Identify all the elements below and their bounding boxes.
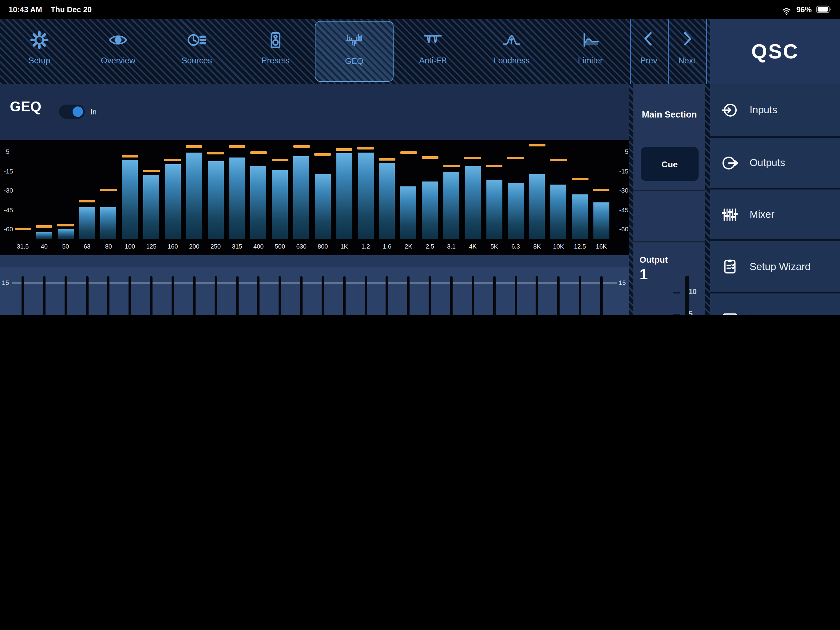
geq-fader-track[interactable] — [279, 276, 281, 315]
qsc-mixer-app: 10:43 AM Thu Dec 20 96% SetupOverviewSou… — [0, 0, 840, 315]
rta-peak-marker — [36, 225, 52, 228]
output-fader-track[interactable] — [685, 275, 689, 315]
geq-fader-track[interactable] — [322, 276, 324, 315]
rta-scale-label: -5 — [613, 148, 628, 155]
qsc-logo: QSC — [751, 40, 799, 63]
antifb-icon — [422, 30, 444, 51]
geq-in-label: In — [90, 108, 96, 116]
geq-fader-track[interactable] — [172, 276, 174, 315]
geq-fader-track[interactable] — [343, 276, 346, 315]
prev-button[interactable]: Prev — [631, 21, 666, 82]
geq-fader-track[interactable] — [214, 276, 217, 315]
inputs-icon — [721, 101, 739, 119]
rta-peak-marker — [314, 153, 331, 156]
output-tick — [673, 313, 680, 315]
rta-bar — [36, 232, 52, 239]
rta-bar — [444, 172, 459, 239]
geq-fader-track[interactable] — [450, 276, 453, 315]
geq-scale-label: 15 — [2, 279, 14, 286]
rta-peak-marker — [486, 165, 502, 167]
rta-scale-label: -45 — [613, 206, 628, 214]
tab-overview[interactable]: Overview — [79, 21, 158, 82]
rta-peak-marker — [443, 165, 459, 167]
next-label: Next — [678, 56, 695, 65]
battery-icon — [816, 6, 831, 14]
geq-fader-track[interactable] — [86, 276, 88, 315]
divider-hatch — [705, 84, 710, 315]
rta-peak-marker — [379, 158, 395, 161]
geq-fader-track[interactable] — [107, 276, 110, 315]
rta-peak-marker — [550, 159, 567, 161]
output-number: 1 — [639, 266, 648, 283]
sidebar-item-outputs[interactable]: Outputs — [710, 138, 840, 190]
geq-fader-track[interactable] — [386, 276, 388, 315]
rta-peak-marker — [186, 145, 203, 148]
tab-setup[interactable]: Setup — [0, 21, 79, 82]
sidebar-item-mixer[interactable]: Mixer — [710, 190, 840, 241]
rta-freq-label: 5K — [482, 243, 507, 250]
output-label: Output — [639, 255, 668, 264]
rta-scale-label: -45 — [4, 206, 20, 214]
geq-fader-track[interactable] — [407, 276, 410, 315]
geq-fader-track[interactable] — [579, 276, 581, 315]
geq-fader-track[interactable] — [64, 276, 67, 315]
rta-peak-marker — [250, 151, 267, 154]
rta-freq-label: 1.6 — [375, 243, 399, 250]
rta-freq-label: 315 — [225, 243, 249, 250]
sidebar-item-menu[interactable]: Menu — [710, 293, 840, 315]
nav-tabs: SetupOverviewSourcesPresetsGEQAnti-FBLou… — [0, 19, 630, 84]
geq-fader-track[interactable] — [300, 276, 303, 315]
tab-limiter[interactable]: Limiter — [551, 21, 630, 82]
geq-fader-track[interactable] — [236, 276, 238, 315]
rta-peak-marker — [79, 200, 95, 203]
status-date: Thu Dec 20 — [51, 5, 92, 14]
tab-label: Overview — [101, 56, 136, 65]
cue-button[interactable]: Cue — [641, 147, 699, 181]
geq-scale-label: 15 — [619, 279, 629, 286]
tab-label: Setup — [28, 56, 51, 65]
rta-bar — [336, 153, 352, 239]
tab-label: Sources — [182, 56, 212, 65]
geq-fader-track[interactable] — [43, 276, 46, 315]
geq-fader-track[interactable] — [150, 276, 153, 315]
divider — [633, 241, 705, 242]
status-time: 10:43 AM — [9, 5, 42, 14]
geq-fader-track[interactable] — [557, 276, 560, 315]
rta-freq-label: 50 — [53, 243, 78, 250]
tab-loudness[interactable]: Loudness — [472, 21, 551, 82]
geq-fader-track[interactable] — [129, 276, 131, 315]
geq-fader-track[interactable] — [22, 276, 24, 315]
rta-bar — [293, 156, 309, 239]
rta-peak-marker — [464, 157, 481, 159]
geq-fader-track[interactable] — [536, 276, 538, 315]
tab-anti-fb[interactable]: Anti-FB — [393, 21, 472, 82]
geq-fader-track[interactable] — [600, 276, 603, 315]
tab-presets[interactable]: Presets — [236, 21, 315, 82]
rta-display: 31.5405063801001251602002503154005006308… — [0, 140, 629, 255]
rta-scale-label: -30 — [4, 187, 20, 194]
rta-bar — [208, 161, 224, 239]
geq-fader-track[interactable] — [364, 276, 367, 315]
rta-freq-label: 1K — [332, 243, 357, 250]
sidebar-item-setup-wizard[interactable]: Setup Wizard — [710, 241, 840, 293]
rta-bar — [79, 207, 95, 239]
tab-sources[interactable]: Sources — [158, 21, 236, 82]
geq-fader-track[interactable] — [193, 276, 196, 315]
geq-fader-track[interactable] — [515, 276, 517, 315]
geq-fader-track[interactable] — [429, 276, 431, 315]
geq-fader-track[interactable] — [257, 276, 260, 315]
sidebar-item-inputs[interactable]: Inputs — [710, 84, 840, 138]
rta-freq-label: 10K — [546, 243, 571, 250]
geq-fader-track[interactable] — [472, 276, 474, 315]
next-button[interactable]: Next — [669, 21, 705, 82]
geq-in-toggle[interactable] — [59, 104, 85, 119]
geq-fader-track[interactable] — [493, 276, 495, 315]
eye-icon — [107, 30, 128, 51]
limiter-icon — [580, 30, 601, 51]
tab-label: Loudness — [494, 56, 529, 65]
rta-freq-label: 2K — [396, 243, 421, 250]
rta-peak-marker — [272, 159, 288, 161]
tab-geq[interactable]: GEQ — [315, 21, 393, 82]
wizard-icon — [721, 258, 739, 275]
rta-bar — [272, 170, 288, 239]
